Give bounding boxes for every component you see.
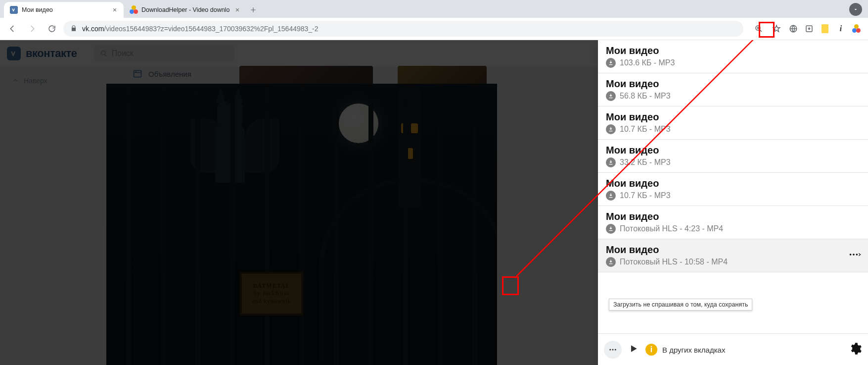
downloadhelper-item-title: Мои видео [606,111,860,123]
bookmark-button[interactable] [768,20,785,37]
url: vk.com/videos15644983?z=video15644983_17… [82,25,736,33]
downloadhelper-item-sub: Потоковый HLS - 10:58 - MP4 [606,257,860,267]
info-badge-icon: i [645,344,657,356]
downloadhelper-item[interactable]: Мои видео56.8 КБ - MP3 [598,73,868,106]
downloadhelper-item-meta: 56.8 КБ - MP3 [620,92,671,101]
forward-button[interactable] [24,20,41,37]
downloadhelper-item-sub: 33.2 КБ - MP3 [606,157,860,167]
downloadhelper-item-meta: 33.2 КБ - MP3 [620,158,671,167]
downloadhelper-item-sub: 56.8 КБ - MP3 [606,91,860,101]
downloadhelper-item[interactable]: Мои видео33.2 КБ - MP3 [598,140,868,173]
downloadhelper-item-sub: 10.7 КБ - MP3 [606,191,860,201]
extension-icon-savefrom[interactable] [802,21,817,36]
downloadhelper-item-sub: Потоковый HLS - 4:23 - MP4 [606,224,860,234]
downloadhelper-item-meta: Потоковый HLS - 10:58 - MP4 [620,258,728,266]
tab-vk[interactable]: Мои видео [4,2,124,18]
downloadhelper-item-meta: 10.7 КБ - MP3 [620,125,671,134]
downloadhelper-item-meta: 10.7 КБ - MP3 [620,191,671,200]
downloadhelper-item[interactable]: Мои видео103.6 КБ - MP3 [598,40,868,73]
reload-button[interactable] [44,20,60,37]
downloadhelper-item-title: Мои видео [606,244,860,256]
extension-icon-i[interactable]: i [833,21,848,36]
downloadhelper-item-title: Мои видео [606,178,860,189]
svg-point-8 [609,349,611,351]
toolbar-actions: i [746,20,864,37]
page-content: вконтакте Поиск CHEZA Наверх Объявления [0,40,868,365]
close-icon[interactable] [111,6,119,14]
svg-point-5 [850,254,852,256]
extension-icon-yellow[interactable] [818,21,832,36]
footer-more-icon[interactable] [604,341,622,359]
tab-title: DownloadHelper - Video downlo [141,6,229,13]
settings-button[interactable] [848,342,862,358]
svg-point-9 [612,349,614,351]
close-icon[interactable] [233,6,241,14]
download-icon[interactable] [606,191,616,201]
footer-play-icon[interactable] [629,344,639,356]
vk-favicon [10,6,18,14]
tab-downloadhelper[interactable]: DownloadHelper - Video downlo [124,2,246,18]
downloadhelper-item-sub: 10.7 КБ - MP3 [606,124,860,134]
back-button[interactable] [4,20,21,37]
browser-toolbar: vk.com/videos15644983?z=video15644983_17… [0,18,868,40]
modal-dim-overlay [0,40,598,365]
dlh-favicon [130,6,137,14]
download-icon[interactable] [606,224,616,234]
downloadhelper-item-sub: 103.6 КБ - MP3 [606,58,860,68]
download-icon[interactable] [606,91,616,101]
profile-menu[interactable] [849,3,862,16]
downloadhelper-item-meta: Потоковый HLS - 4:23 - MP4 [620,224,723,233]
zoom-icon[interactable] [750,20,767,37]
download-tooltip: Загрузить не спрашивая о том, куда сохра… [609,299,752,311]
address-bar[interactable]: vk.com/videos15644983?z=video15644983_17… [63,21,743,37]
extension-icon-globe[interactable] [786,21,801,36]
downloadhelper-item-title: Мои видео [606,145,860,156]
download-icon[interactable] [606,257,616,267]
download-icon[interactable] [606,124,616,134]
svg-point-10 [615,349,616,351]
download-icon[interactable] [606,58,616,68]
tab-title: Мои видео [22,6,107,13]
downloadhelper-item-title: Мои видео [606,211,860,222]
svg-point-6 [853,254,855,256]
new-tab-button[interactable] [246,3,260,17]
footer-text: В других вкладках [662,346,725,354]
downloadhelper-item[interactable]: Мои видеоПотоковый HLS - 10:58 - MP4 [598,239,868,272]
downloadhelper-item-title: Мои видео [606,78,860,90]
downloadhelper-item-title: Мои видео [606,45,860,56]
extension-downloadhelper[interactable] [849,21,864,36]
downloadhelper-item[interactable]: Мои видео10.7 КБ - MP3 [598,173,868,206]
downloadhelper-item[interactable]: Мои видеоПотоковый HLS - 4:23 - MP4 [598,206,868,239]
downloadhelper-panel: Мои видео103.6 КБ - MP3Мои видео56.8 КБ … [598,40,868,365]
download-icon[interactable] [606,157,616,167]
downloadhelper-item[interactable]: Мои видео10.7 КБ - MP3 [598,106,868,140]
downloadhelper-footer: i В других вкладках [598,333,868,365]
downloadhelper-list: Мои видео103.6 КБ - MP3Мои видео56.8 КБ … [598,40,868,333]
lock-icon [70,25,77,33]
browser-tabstrip: Мои видео DownloadHelper - Video downlo [0,0,868,18]
item-more-icon[interactable] [848,249,862,262]
downloadhelper-item-meta: 103.6 КБ - MP3 [620,58,675,67]
